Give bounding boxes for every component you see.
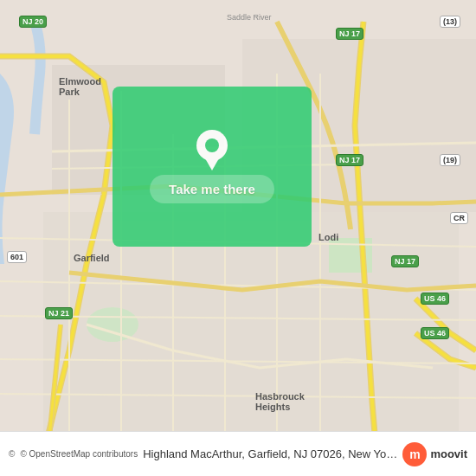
road-badge-nj17-bot: NJ 17 xyxy=(391,255,419,267)
map-container: Take me there NJ 20 NJ 17 NJ 17 NJ 17 (1… xyxy=(0,0,476,476)
label-garfield: Garfield xyxy=(74,253,110,263)
location-label: Highland MacArthur, Garfield, NJ 07026, … xyxy=(143,447,397,460)
road-badge-nj17-top: NJ 17 xyxy=(336,28,363,40)
road-badge-nj20: NJ 20 xyxy=(19,16,47,28)
moovit-m-letter: m xyxy=(409,447,420,461)
copyright-symbol: © xyxy=(9,449,15,459)
road-badge-cr: CR xyxy=(450,212,468,224)
road-badge-us46-1: US 46 xyxy=(421,293,449,305)
label-lodi: Lodi xyxy=(318,232,338,242)
moovit-logo: m moovit xyxy=(402,442,467,466)
osm-attribution: © OpenStreetMap contributors xyxy=(20,449,138,459)
road-badge-601: 601 xyxy=(7,251,27,263)
road-badge-13: (13) xyxy=(440,16,460,28)
bottom-bar: © © OpenStreetMap contributors Highland … xyxy=(0,431,476,476)
road-badge-19: (19) xyxy=(440,154,460,166)
destination-highlight: Take me there xyxy=(113,87,312,247)
moovit-icon: m xyxy=(402,442,427,466)
road-badge-nj17-mid: NJ 17 xyxy=(336,154,363,166)
road-badge-us46-2: US 46 xyxy=(421,327,449,339)
label-elmwood-park: ElmwoodPark xyxy=(59,76,101,97)
road-badge-nj21: NJ 21 xyxy=(45,307,73,319)
label-saddle-river: Saddle River xyxy=(227,13,272,22)
take-me-there-button[interactable]: Take me there xyxy=(150,175,274,203)
location-pin xyxy=(196,130,228,168)
moovit-brand-text: moovit xyxy=(430,447,467,460)
label-hasbrouck-heights: HasbrouckHeights xyxy=(255,391,305,412)
